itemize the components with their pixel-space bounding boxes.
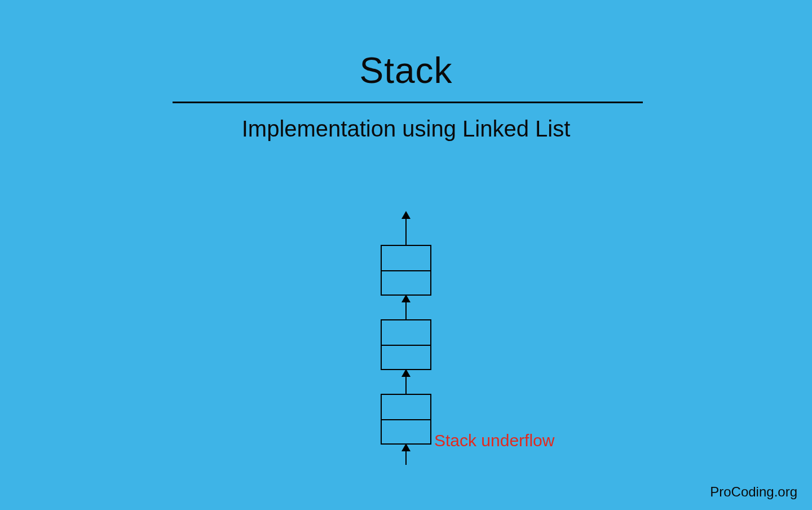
title-divider [173,102,643,103]
arrow-up-icon [405,370,407,394]
arrow-up-icon [405,296,407,319]
watermark-label: ProCoding.org [710,484,797,500]
diagram-title: Stack [0,50,812,91]
stack-node [381,394,431,445]
arrow-up-icon [405,212,407,245]
stack-node [381,319,431,370]
diagram-subtitle: Implementation using Linked List [0,116,812,142]
arrow-up-icon [405,445,407,465]
stack-underflow-label: Stack underflow [434,431,554,450]
stack-diagram [0,212,812,465]
stack-column [381,212,431,465]
stack-node [381,245,431,296]
